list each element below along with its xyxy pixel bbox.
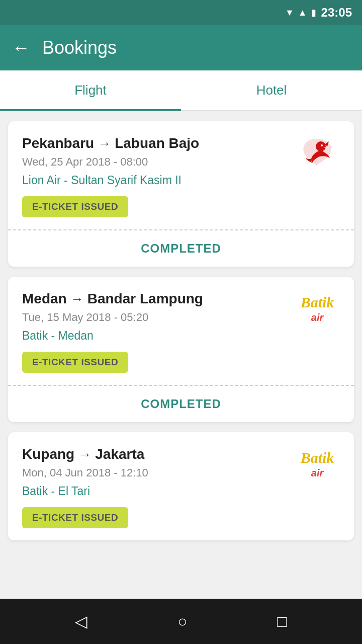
- airline-logo-2: Batik air: [295, 291, 340, 326]
- tab-hotel[interactable]: Hotel: [181, 70, 362, 110]
- battery-icon: ▮: [311, 7, 316, 18]
- booking-card-2[interactable]: Medan → Bandar Lampung Tue, 15 May 2018 …: [8, 277, 354, 422]
- nav-recent-icon[interactable]: □: [277, 612, 287, 631]
- card-info-2: Medan → Bandar Lampung Tue, 15 May 2018 …: [22, 291, 290, 373]
- completion-status-2: COMPLETED: [141, 397, 221, 411]
- nav-bar: ◁ ○ □: [0, 599, 362, 644]
- route-arrow-3: →: [78, 447, 95, 462]
- app-header: ← Bookings: [0, 25, 362, 70]
- date-1: Wed, 25 Apr 2018 - 08:00: [22, 155, 290, 169]
- completion-status-1: COMPLETED: [141, 242, 221, 255]
- card-bottom-1: COMPLETED: [8, 230, 354, 267]
- route-arrow-2: →: [70, 291, 87, 306]
- card-top-2: Medan → Bandar Lampung Tue, 15 May 2018 …: [8, 277, 354, 385]
- route-arrow-1: →: [98, 136, 115, 151]
- ticket-badge-3: E-TICKET ISSUED: [22, 507, 128, 528]
- svg-point-2: [321, 144, 323, 146]
- airline-logo-1: [295, 135, 340, 171]
- date-2: Tue, 15 May 2018 - 05:20: [22, 311, 290, 324]
- page-title: Bookings: [42, 37, 117, 58]
- batik-air-logo-3: Batik air: [301, 449, 334, 479]
- card-info-1: Pekanbaru → Labuan Bajo Wed, 25 Apr 2018…: [22, 135, 290, 217]
- card-info-3: Kupang → Jakarta Mon, 04 Jun 2018 - 12:1…: [22, 446, 290, 528]
- bookings-list: Pekanbaru → Labuan Bajo Wed, 25 Apr 2018…: [0, 111, 362, 599]
- back-button[interactable]: ←: [12, 37, 30, 58]
- date-3: Mon, 04 Jun 2018 - 12:10: [22, 466, 290, 479]
- lion-air-logo: [300, 135, 335, 171]
- status-icons: ▼ ▲ ▮: [285, 7, 316, 18]
- ticket-badge-1: E-TICKET ISSUED: [22, 196, 128, 217]
- tab-bar: Flight Hotel: [0, 70, 362, 111]
- status-bar-time: 23:05: [321, 6, 352, 20]
- booking-card-3[interactable]: Kupang → Jakarta Mon, 04 Jun 2018 - 12:1…: [8, 432, 354, 540]
- route-3: Kupang → Jakarta: [22, 446, 290, 462]
- signal-icon: ▲: [298, 8, 307, 18]
- card-top-3: Kupang → Jakarta Mon, 04 Jun 2018 - 12:1…: [8, 432, 354, 540]
- route-1: Pekanbaru → Labuan Bajo: [22, 135, 290, 151]
- tab-flight[interactable]: Flight: [0, 70, 181, 110]
- batik-air-logo-2: Batik air: [301, 293, 334, 324]
- route-2: Medan → Bandar Lampung: [22, 291, 290, 307]
- airline-3: Batik - El Tari: [22, 485, 290, 498]
- airline-2: Batik - Medan: [22, 329, 290, 343]
- svg-point-1: [316, 141, 326, 151]
- card-top-1: Pekanbaru → Labuan Bajo Wed, 25 Apr 2018…: [8, 121, 354, 229]
- card-bottom-2: COMPLETED: [8, 386, 354, 422]
- nav-back-icon[interactable]: ◁: [75, 612, 87, 631]
- airline-1: Lion Air - Sultan Syarif Kasim II: [22, 174, 290, 187]
- status-bar: ▼ ▲ ▮ 23:05: [0, 0, 362, 25]
- airline-logo-3: Batik air: [295, 446, 340, 481]
- ticket-badge-2: E-TICKET ISSUED: [22, 352, 128, 373]
- wifi-icon: ▼: [285, 8, 294, 18]
- nav-home-icon[interactable]: ○: [177, 612, 187, 631]
- booking-card-1[interactable]: Pekanbaru → Labuan Bajo Wed, 25 Apr 2018…: [8, 121, 354, 267]
